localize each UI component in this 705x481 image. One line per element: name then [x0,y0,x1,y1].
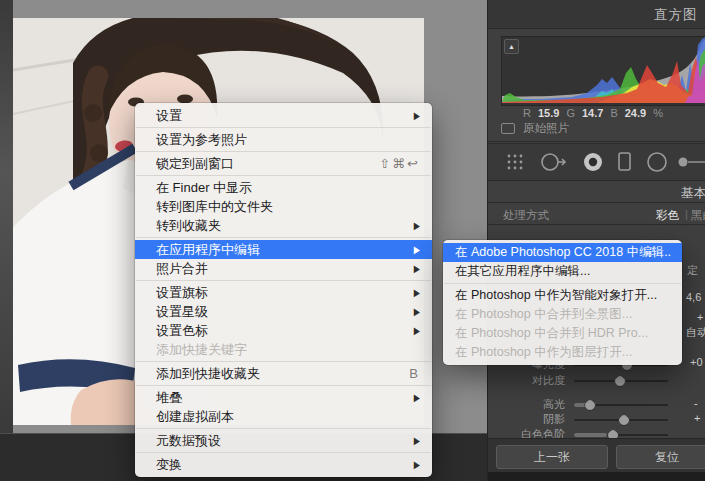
menu-separator [136,237,431,238]
submenu-arrow-icon: ▶ [414,459,420,470]
menu-item-photo-merge[interactable]: 照片合并 ▶ [135,259,432,278]
menu-item-label: 添加到快捷收藏夹 [156,365,401,383]
submenu-item-label: 在 Photoshop 中作为图层打开... [455,344,672,361]
submenu-item-label: 在 Adobe Photoshop CC 2018 中编辑... [455,244,672,261]
lightroom-window: 直方图 ▲ R 15.9 G 14.7 B 24.9 % [0,0,705,481]
submenu-arrow-icon: ▶ [414,110,420,121]
submenu-arrow-icon: ▶ [414,325,420,336]
menu-item-stacking[interactable]: 堆叠 ▶ [135,388,432,407]
menu-item-label: 在 Finder 中显示 [156,179,420,197]
shadows-slider[interactable] [574,419,668,421]
temp-value-fragment: 4,6 [686,291,701,303]
submenu-item-edit-in-photoshop-cc-2018[interactable]: 在 Adobe Photoshop CC 2018 中编辑... [443,243,682,262]
treatment-color-option[interactable]: 彩色 [656,208,679,223]
submenu-item-merge-to-hdr-pro: 在 Photoshop 中合并到 HDR Pro... [443,324,682,343]
menu-separator [136,151,431,152]
tint-value-fragment: + [697,311,703,323]
menu-shortcut: ⇧⌘↩ [379,156,420,171]
menu-item-label: 设置旗标 [156,284,406,302]
menu-separator [444,283,681,284]
menu-item-set-rating[interactable]: 设置星级 ▶ [135,302,432,321]
panel-footer: 上一张 复位 [488,438,705,473]
edit-in-submenu: 在 Adobe Photoshop CC 2018 中编辑... 在其它应用程序… [443,240,682,365]
submenu-arrow-icon: ▶ [414,306,420,317]
menu-item-label: 设置色标 [156,322,406,340]
menu-item-label: 变换 [156,456,406,474]
submenu-item-label: 在 Photoshop 中作为智能对象打开... [455,287,672,304]
histogram[interactable]: ▲ [501,36,705,106]
adjustment-brush-tool-icon[interactable] [676,148,705,176]
submenu-arrow-icon: ▶ [414,392,420,403]
treatment-divider: | [685,208,688,220]
menu-item-show-in-finder[interactable]: 在 Finder 中显示 [135,178,432,197]
g-label: G [566,107,575,119]
highlights-slider-thumb[interactable] [584,399,596,411]
highlights-label: 高光 [488,397,565,412]
menu-item-set-reference-photo[interactable]: 设置为参考照片 [135,130,432,149]
submenu-item-label: 在 Photoshop 中合并到 HDR Pro... [455,325,672,342]
menu-shortcut: B [409,366,420,381]
menu-item-lock-to-second-window[interactable]: 锁定到副窗口 ⇧⌘↩ [135,154,432,173]
radial-filter-tool-icon[interactable] [644,148,670,176]
whites-slider[interactable] [574,434,668,436]
menu-item-label: 锁定到副窗口 [156,155,371,173]
spot-removal-tool-icon[interactable] [538,148,568,176]
submenu-item-edit-in-other-application[interactable]: 在其它应用程序中编辑... [443,262,682,281]
menu-separator [136,280,431,281]
menu-item-create-virtual-copy[interactable]: 创建虚拟副本 [135,407,432,426]
menu-item-transform[interactable]: 变换 ▶ [135,455,432,474]
highlights-slider[interactable] [574,404,668,406]
submenu-arrow-icon: ▶ [414,244,420,255]
menu-item-settings[interactable]: 设置 ▶ [135,106,432,125]
submenu-arrow-icon: ▶ [414,287,420,298]
menu-item-label: 在应用程序中编辑 [156,241,406,259]
menu-item-metadata-presets[interactable]: 元数据预设 ▶ [135,431,432,450]
menu-item-go-to-folder-in-library[interactable]: 转到图库中的文件夹 [135,197,432,216]
menu-separator [136,452,431,453]
crop-tool-icon[interactable] [504,148,528,176]
menu-item-add-quick-keyword: 添加快捷关键字 [135,340,432,359]
menu-item-label: 设置为参考照片 [156,131,420,149]
submenu-item-label: 在 Photoshop 中合并到全景图... [455,306,672,323]
original-photo-checkbox[interactable] [501,123,515,134]
previous-button[interactable]: 上一张 [496,445,608,469]
histogram-header[interactable]: 直方图 [488,0,705,29]
menu-item-add-to-quick-collection[interactable]: 添加到快捷收藏夹 B [135,364,432,383]
white-balance-fragment: 定 [687,263,698,278]
contrast-label: 对比度 [488,373,565,388]
menu-separator [136,127,431,128]
highlights-slider-row: 高光 [488,397,705,411]
contrast-slider[interactable] [574,380,668,382]
treatment-label: 处理方式 [503,208,549,223]
submenu-item-open-as-layers: 在 Photoshop 中作为图层打开... [443,343,682,362]
shadows-slider-thumb[interactable] [618,414,630,426]
contrast-slider-thumb[interactable] [614,375,626,387]
treatment-row: 处理方式 彩色 | 黑白 [488,206,705,224]
menu-item-set-color-label[interactable]: 设置色标 ▶ [135,321,432,340]
menu-item-go-to-collection[interactable]: 转到收藏夹 ▶ [135,216,432,235]
menu-item-edit-in-application[interactable]: 在应用程序中编辑 ▶ [135,240,432,259]
reset-button[interactable]: 复位 [616,445,705,469]
original-photo-row[interactable]: 原始照片 [501,121,569,136]
auto-button[interactable]: 自动 [686,325,705,340]
treatment-bw-option[interactable]: 黑白 [691,208,705,223]
menu-item-label: 设置 [156,107,406,125]
g-value: 14.7 [582,107,603,119]
shadow-clipping-indicator[interactable]: ▲ [504,39,519,54]
menu-item-label: 转到收藏夹 [156,217,406,235]
red-eye-tool-icon[interactable] [580,148,606,176]
histogram-title: 直方图 [654,6,698,24]
shadows-slider-row: 阴影 [488,412,705,426]
graduated-filter-tool-icon[interactable] [614,148,636,176]
menu-item-label: 堆叠 [156,389,406,407]
menu-item-label: 元数据预设 [156,432,406,450]
b-value: 24.9 [625,107,646,119]
r-label: R [523,107,531,119]
submenu-item-label: 在其它应用程序中编辑... [455,263,672,280]
submenu-item-open-as-smart-object[interactable]: 在 Photoshop 中作为智能对象打开... [443,286,682,305]
menu-separator [136,428,431,429]
menu-item-set-flag[interactable]: 设置旗标 ▶ [135,283,432,302]
left-edge-strip [0,0,13,433]
submenu-arrow-icon: ▶ [414,220,420,231]
basic-section-title[interactable]: 基本 [681,185,705,202]
